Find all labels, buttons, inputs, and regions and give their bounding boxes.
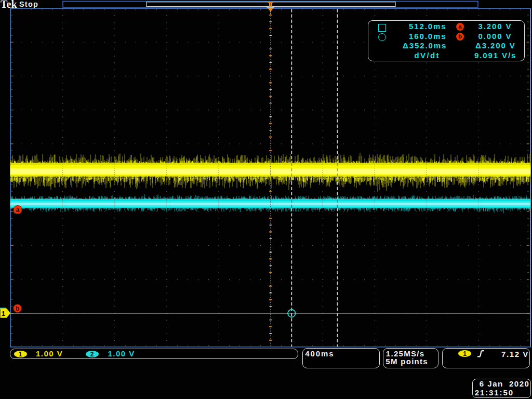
svg-text:b: b	[16, 305, 19, 312]
svg-text:1: 1	[2, 310, 6, 317]
svg-text:a: a	[16, 206, 20, 214]
